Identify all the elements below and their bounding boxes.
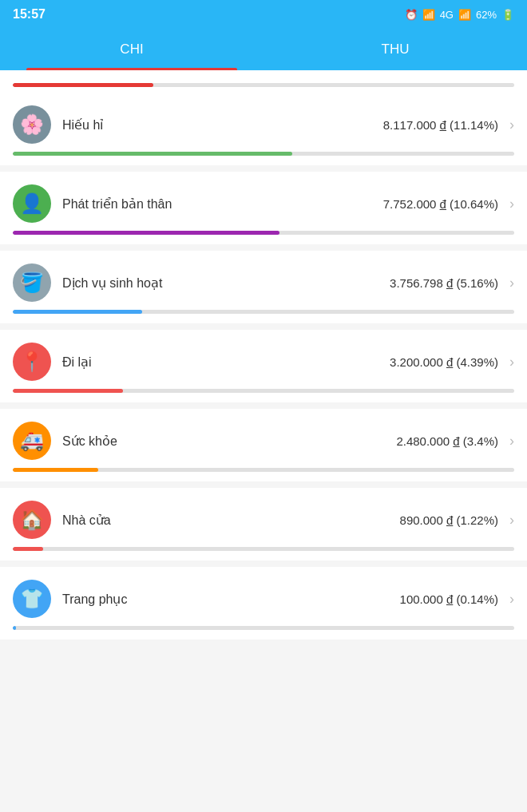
category-progress-suc-khoe <box>13 468 514 472</box>
tab-chi[interactable]: CHI <box>0 29 264 70</box>
category-right-trang-phuc: 100.000 đ (0.14%) › <box>400 591 514 608</box>
category-progress-fill-suc-khoe <box>13 468 98 472</box>
category-left-phat-trien: 👤 Phát triển bản thân <box>13 184 172 223</box>
category-row-phat-trien: 👤 Phát triển bản thân 7.752.000 đ (10.64… <box>13 184 514 223</box>
category-icon-suc-khoe: 🚑 <box>13 422 51 460</box>
category-right-phat-trien: 7.752.000 đ (10.64%) › <box>383 196 514 212</box>
category-right-nha-cua: 890.000 đ (1.22%) › <box>400 512 514 529</box>
category-progress-fill-phat-trien <box>13 231 279 235</box>
category-icon-trang-phuc: 👕 <box>13 580 51 618</box>
category-left-suc-khoe: 🚑 Sức khỏe <box>13 422 117 460</box>
category-progress-fill-hieu-hi <box>13 152 292 156</box>
battery-percent: 62% <box>476 9 497 21</box>
category-right-suc-khoe: 2.480.000 đ (3.4%) › <box>396 433 514 450</box>
signal-icon: 📶 <box>422 9 435 21</box>
category-left-dich-vu: 🪣 Dịch vụ sinh hoạt <box>13 263 162 302</box>
category-progress-hieu-hi <box>13 152 514 156</box>
category-amount-hieu-hi: 8.117.000 đ (11.14%) <box>383 118 498 132</box>
chevron-right-icon-dich-vu: › <box>509 275 514 291</box>
category-amount-nha-cua: 890.000 đ (1.22%) <box>400 513 498 527</box>
category-item-di-lai[interactable]: 📍 Đi lại 3.200.000 đ (4.39%) › <box>0 330 527 402</box>
category-progress-fill-nha-cua <box>13 547 43 551</box>
category-row-suc-khoe: 🚑 Sức khỏe 2.480.000 đ (3.4%) › <box>13 422 514 460</box>
chevron-right-icon-hieu-hi: › <box>509 117 514 133</box>
tab-thu[interactable]: THU <box>264 29 527 70</box>
status-icons: ⏰ 📶 4G 📶 62% 🔋 <box>405 9 514 21</box>
category-progress-nha-cua <box>13 547 514 551</box>
category-amount-di-lai: 3.200.000 đ (4.39%) <box>390 355 498 369</box>
chevron-right-icon-trang-phuc: › <box>509 591 514 608</box>
category-amount-phat-trien: 7.752.000 đ (10.64%) <box>383 197 498 211</box>
alarm-icon: ⏰ <box>405 9 418 21</box>
category-progress-phat-trien <box>13 231 514 235</box>
category-progress-trang-phuc <box>13 626 514 630</box>
chevron-right-icon-suc-khoe: › <box>509 433 514 450</box>
category-amount-trang-phuc: 100.000 đ (0.14%) <box>400 592 498 606</box>
category-item-phat-trien[interactable]: 👤 Phát triển bản thân 7.752.000 đ (10.64… <box>0 172 527 244</box>
category-name-di-lai: Đi lại <box>62 355 92 370</box>
category-name-hieu-hi: Hiếu hỉ <box>62 117 103 133</box>
category-name-phat-trien: Phát triển bản thân <box>62 196 172 212</box>
category-item-hieu-hi[interactable]: 🌸 Hiếu hỉ 8.117.000 đ (11.14%) › <box>0 93 527 165</box>
chevron-right-icon-di-lai: › <box>509 354 514 370</box>
category-row-nha-cua: 🏠 Nhà cửa 890.000 đ (1.22%) › <box>13 501 514 539</box>
category-right-dich-vu: 3.756.798 đ (5.16%) › <box>390 275 514 291</box>
top-progress-container <box>0 70 527 93</box>
status-time: 15:57 <box>13 7 46 22</box>
category-progress-fill-trang-phuc <box>13 626 16 630</box>
category-name-dich-vu: Dịch vụ sinh hoạt <box>62 275 162 291</box>
category-left-trang-phuc: 👕 Trang phục <box>13 580 127 618</box>
category-left-di-lai: 📍 Đi lại <box>13 343 92 381</box>
battery-icon: 🔋 <box>501 9 514 21</box>
category-icon-nha-cua: 🏠 <box>13 501 51 539</box>
category-item-dich-vu[interactable]: 🪣 Dịch vụ sinh hoạt 3.756.798 đ (5.16%) … <box>0 251 527 323</box>
category-icon-di-lai: 📍 <box>13 343 51 381</box>
category-progress-dich-vu <box>13 310 514 314</box>
category-progress-di-lai <box>13 389 514 393</box>
category-name-suc-khoe: Sức khỏe <box>62 434 117 449</box>
network-type: 4G <box>440 9 454 21</box>
category-right-hieu-hi: 8.117.000 đ (11.14%) › <box>383 117 514 133</box>
category-item-suc-khoe[interactable]: 🚑 Sức khỏe 2.480.000 đ (3.4%) › <box>0 409 527 481</box>
top-progress-fill <box>13 83 153 87</box>
category-row-dich-vu: 🪣 Dịch vụ sinh hoạt 3.756.798 đ (5.16%) … <box>13 263 514 302</box>
chevron-right-icon-nha-cua: › <box>509 512 514 529</box>
category-item-nha-cua[interactable]: 🏠 Nhà cửa 890.000 đ (1.22%) › <box>0 488 527 560</box>
chevron-right-icon-phat-trien: › <box>509 196 514 212</box>
status-bar: 15:57 ⏰ 📶 4G 📶 62% 🔋 <box>0 0 527 29</box>
category-name-trang-phuc: Trang phục <box>62 592 127 607</box>
category-row-hieu-hi: 🌸 Hiếu hỉ 8.117.000 đ (11.14%) › <box>13 105 514 144</box>
category-left-hieu-hi: 🌸 Hiếu hỉ <box>13 105 103 144</box>
category-left-nha-cua: 🏠 Nhà cửa <box>13 501 111 539</box>
category-progress-fill-di-lai <box>13 389 123 393</box>
top-progress-bar <box>13 83 514 87</box>
category-right-di-lai: 3.200.000 đ (4.39%) › <box>390 354 514 370</box>
category-icon-hieu-hi: 🌸 <box>13 105 51 144</box>
category-row-di-lai: 📍 Đi lại 3.200.000 đ (4.39%) › <box>13 343 514 381</box>
category-name-nha-cua: Nhà cửa <box>62 513 111 528</box>
category-icon-phat-trien: 👤 <box>13 184 51 223</box>
category-item-trang-phuc[interactable]: 👕 Trang phục 100.000 đ (0.14%) › <box>0 567 527 640</box>
category-list: 🌸 Hiếu hỉ 8.117.000 đ (11.14%) › 👤 Phát … <box>0 93 527 640</box>
signal-icon-2: 📶 <box>458 9 471 21</box>
category-icon-dich-vu: 🪣 <box>13 263 51 302</box>
category-amount-suc-khoe: 2.480.000 đ (3.4%) <box>396 434 498 448</box>
category-progress-fill-dich-vu <box>13 310 142 314</box>
category-row-trang-phuc: 👕 Trang phục 100.000 đ (0.14%) › <box>13 580 514 618</box>
category-amount-dich-vu: 3.756.798 đ (5.16%) <box>390 276 498 290</box>
tab-bar: CHI THU <box>0 29 527 70</box>
